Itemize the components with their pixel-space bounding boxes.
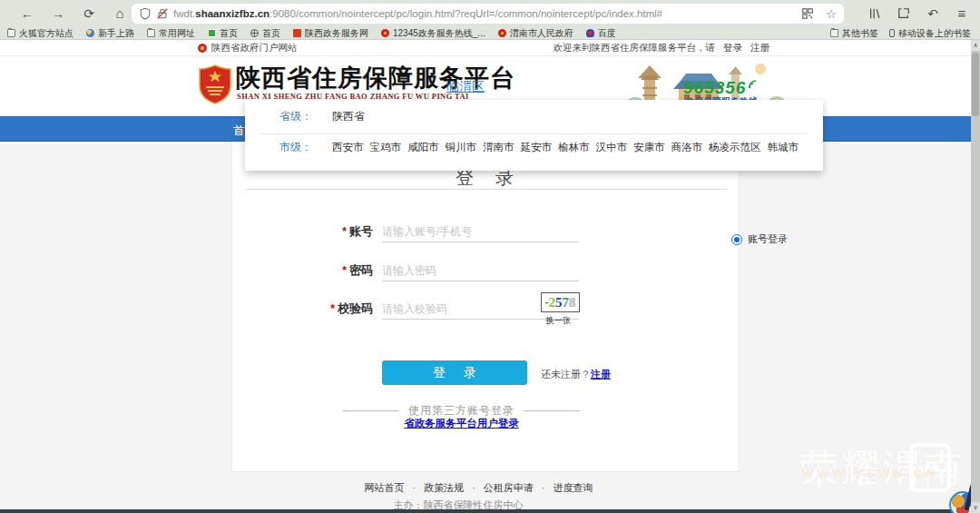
footer-link-home[interactable]: 网站首页 bbox=[364, 482, 404, 493]
watermark-url: WWW.YEWN.CN bbox=[802, 467, 939, 480]
city-option[interactable]: 咸阳市 bbox=[407, 141, 439, 154]
home-icon[interactable]: ⌂ bbox=[109, 3, 131, 25]
region-dropdown: 省级： 陕西省 市级： 西安市 宝鸡市 咸阳市 铜川市 渭南市 延安市 榆林市 … bbox=[245, 100, 823, 171]
dropdown-divider bbox=[260, 133, 808, 134]
login-panel: 登 录 *账号 *密码 *校验码 - 2 5 7 8 换 bbox=[231, 142, 740, 472]
city-option[interactable]: 西安市 bbox=[332, 141, 364, 154]
footer-link-apply[interactable]: 公租房申请 bbox=[484, 482, 534, 493]
city-option[interactable]: 渭南市 bbox=[483, 141, 514, 154]
bookmark-item[interactable]: 新手上路 bbox=[86, 27, 134, 40]
site-favicon bbox=[208, 29, 216, 37]
account-input[interactable] bbox=[382, 221, 579, 242]
captcha-label: *校验码 bbox=[232, 301, 373, 317]
bookmark-star-icon[interactable]: ☆ bbox=[826, 7, 837, 21]
captcha-char: 2 bbox=[549, 295, 556, 311]
divider-line bbox=[343, 410, 399, 411]
page-scrollbar[interactable]: ∧ ∨ bbox=[971, 40, 980, 513]
scroll-up-button[interactable]: ∧ bbox=[971, 40, 980, 51]
globe-icon bbox=[250, 29, 259, 37]
bookmark-item[interactable]: 百度 bbox=[586, 27, 616, 40]
required-asterisk: * bbox=[342, 264, 347, 277]
browser-chrome: ← → ⟳ ⌂ fwdt.shaanxizfbz.cn:9080/common/… bbox=[0, 0, 980, 40]
url-bar[interactable]: fwdt.shaanxizfbz.cn:9080/common/nointerc… bbox=[132, 4, 844, 24]
province-option[interactable]: 陕西省 bbox=[332, 109, 365, 124]
divider-line bbox=[524, 410, 580, 411]
bookmark-item[interactable]: 首页 bbox=[208, 27, 238, 40]
firefox-site-icon bbox=[86, 29, 94, 37]
national-emblem-logo bbox=[198, 64, 232, 104]
site-favicon bbox=[293, 29, 301, 37]
undo-icon[interactable]: ↶ bbox=[922, 3, 944, 25]
bookmark-item[interactable]: 12345政务服务热线_... bbox=[381, 27, 485, 40]
scroll-down-button[interactable]: ∨ bbox=[971, 502, 980, 513]
lock-insecure-icon[interactable] bbox=[156, 7, 169, 20]
district-link[interactable]: 临渭区 bbox=[446, 79, 485, 95]
account-label: *账号 bbox=[232, 223, 373, 240]
library-icon[interactable] bbox=[864, 3, 886, 25]
reload-icon[interactable]: ⟳ bbox=[78, 3, 100, 25]
city-option[interactable]: 汉中市 bbox=[596, 141, 628, 154]
footer-link-policy[interactable]: 政策法规 bbox=[424, 482, 464, 493]
password-row: *密码 bbox=[232, 260, 739, 281]
city-option[interactable]: 宝鸡市 bbox=[370, 141, 402, 154]
province-row: 省级： 陕西省 bbox=[279, 109, 365, 124]
bookmark-item[interactable]: 首页 bbox=[250, 27, 280, 40]
city-option[interactable]: 韩城市 bbox=[768, 141, 799, 154]
radio-selected-icon[interactable] bbox=[731, 234, 742, 245]
gov-platform-login-link[interactable]: 省政务服务平台用户登录 bbox=[232, 417, 691, 430]
emblem-icon bbox=[198, 44, 207, 53]
city-option[interactable]: 杨凌示范区 bbox=[709, 141, 761, 154]
topbar-register-link[interactable]: 注册 bbox=[750, 42, 769, 54]
account-row: *账号 bbox=[232, 221, 739, 242]
bookmarks-bar: 火狐官方站点 新手上路 常用网址 首页 首页 陕西政务服务网 12345政务服务… bbox=[0, 27, 980, 39]
city-option[interactable]: 延安市 bbox=[521, 141, 553, 154]
footer-separator: · bbox=[412, 482, 416, 493]
folder-icon bbox=[830, 29, 838, 37]
page-viewport: 陕西省政府门户网站 欢迎来到陕西省住房保障服务平台，请 登录 注册 陕西省住房保… bbox=[0, 40, 971, 513]
city-option[interactable]: 安康市 bbox=[633, 141, 665, 154]
required-asterisk: * bbox=[342, 225, 347, 238]
footer-dark-bar bbox=[0, 509, 971, 513]
forward-icon[interactable]: → bbox=[47, 3, 69, 25]
password-input[interactable] bbox=[382, 260, 579, 281]
city-option[interactable]: 商洛市 bbox=[671, 141, 703, 154]
city-option[interactable]: 铜川市 bbox=[446, 141, 477, 154]
screenshot-root: ← → ⟳ ⌂ fwdt.shaanxizfbz.cn:9080/common/… bbox=[0, 0, 980, 513]
scrollbar-thumb[interactable] bbox=[972, 53, 979, 116]
login-button[interactable]: 登 录 bbox=[382, 360, 527, 385]
account-login-radio[interactable]: 账号登录 bbox=[731, 232, 788, 246]
register-link[interactable]: 注册 bbox=[591, 369, 611, 380]
welcome-text: 欢迎来到陕西省住房保障服务平台，请 bbox=[554, 42, 716, 54]
footer-separator: · bbox=[542, 482, 545, 493]
other-bookmarks[interactable]: 其他书签 bbox=[830, 27, 878, 40]
bookmark-item[interactable]: 陕西政务服务网 bbox=[293, 27, 368, 40]
captcha-image[interactable]: - 2 5 7 8 bbox=[541, 292, 580, 312]
url-text[interactable]: fwdt.shaanxizfbz.cn:9080/common/nointerc… bbox=[173, 8, 796, 19]
gov-portal-link[interactable]: 陕西省政府门户网站 bbox=[198, 42, 298, 54]
province-label: 省级： bbox=[279, 109, 312, 124]
not-registered-text: 还未注册？ bbox=[541, 369, 591, 380]
footer-link-progress[interactable]: 进度查询 bbox=[554, 482, 593, 493]
bookmark-item[interactable]: 渭南市人民政府 bbox=[498, 27, 573, 40]
phone-icon bbox=[889, 29, 895, 37]
site-topbar: 陕西省政府门户网站 欢迎来到陕西省住房保障服务平台，请 登录 注册 bbox=[0, 40, 971, 56]
shield-icon[interactable] bbox=[139, 7, 152, 20]
footer-links: 网站首页·政策法规·公租房申请·进度查询 bbox=[0, 481, 957, 495]
required-asterisk: * bbox=[330, 302, 335, 315]
screenshot-icon[interactable] bbox=[893, 3, 915, 25]
bookmark-item[interactable]: 火狐官方站点 bbox=[7, 27, 74, 40]
browser-toolbar: ← → ⟳ ⌂ fwdt.shaanxizfbz.cn:9080/common/… bbox=[0, 0, 980, 27]
bookmark-item[interactable]: 常用网址 bbox=[147, 27, 195, 40]
qr-icon[interactable] bbox=[801, 7, 814, 20]
mobile-bookmarks[interactable]: 移动设备上的书签 bbox=[889, 27, 971, 40]
captcha-char: 5 bbox=[555, 295, 563, 311]
captcha-row: *校验码 - 2 5 7 8 换一张 bbox=[232, 298, 739, 320]
topbar-login-link[interactable]: 登录 bbox=[723, 42, 742, 54]
back-icon[interactable]: ← bbox=[16, 3, 38, 25]
city-option[interactable]: 榆林市 bbox=[558, 141, 590, 154]
footer-separator: · bbox=[472, 482, 475, 493]
city-label: 市级： bbox=[279, 140, 312, 155]
captcha-refresh-link[interactable]: 换一张 bbox=[545, 315, 572, 327]
menu-icon[interactable]: ≡ bbox=[951, 3, 973, 25]
title-divider bbox=[246, 189, 727, 190]
